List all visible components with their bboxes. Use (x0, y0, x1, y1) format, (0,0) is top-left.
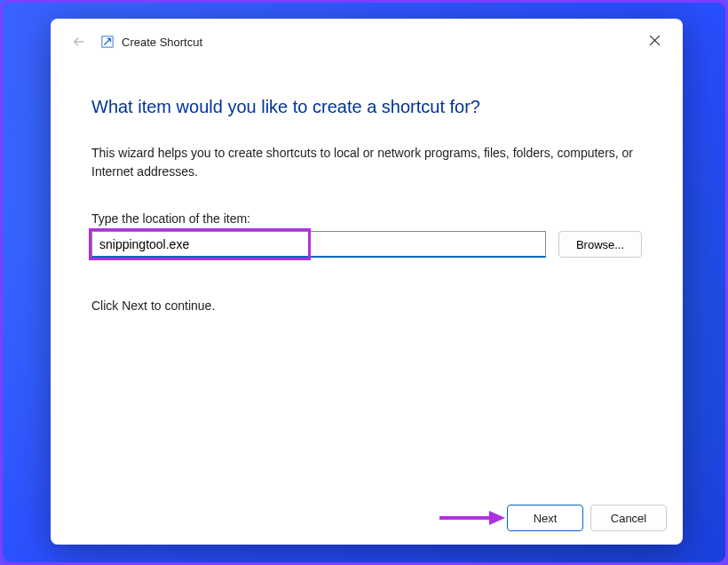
wizard-description: This wizard helps you to create shortcut… (91, 144, 642, 181)
continue-text: Click Next to continue. (91, 298, 642, 313)
location-input-wrap (91, 231, 546, 258)
browse-button[interactable]: Browse... (558, 231, 642, 258)
arrow-annotation-icon (436, 507, 507, 529)
cancel-button[interactable]: Cancel (590, 505, 667, 531)
shortcut-icon (100, 35, 115, 49)
next-button[interactable]: Next (507, 505, 583, 531)
location-input[interactable] (91, 231, 546, 258)
location-input-row: Browse... (91, 231, 642, 258)
wizard-heading: What item would you like to create a sho… (91, 97, 642, 117)
create-shortcut-dialog: Create Shortcut What item would you like… (51, 19, 683, 545)
dialog-header: Create Shortcut (51, 19, 683, 65)
back-arrow-icon[interactable] (67, 29, 91, 54)
dialog-footer: Next Cancel (51, 491, 683, 545)
location-label: Type the location of the item: (91, 211, 642, 226)
dialog-title: Create Shortcut (122, 36, 202, 49)
svg-marker-2 (489, 511, 505, 525)
dialog-body: What item would you like to create a sho… (51, 65, 683, 491)
close-button[interactable] (637, 26, 672, 54)
